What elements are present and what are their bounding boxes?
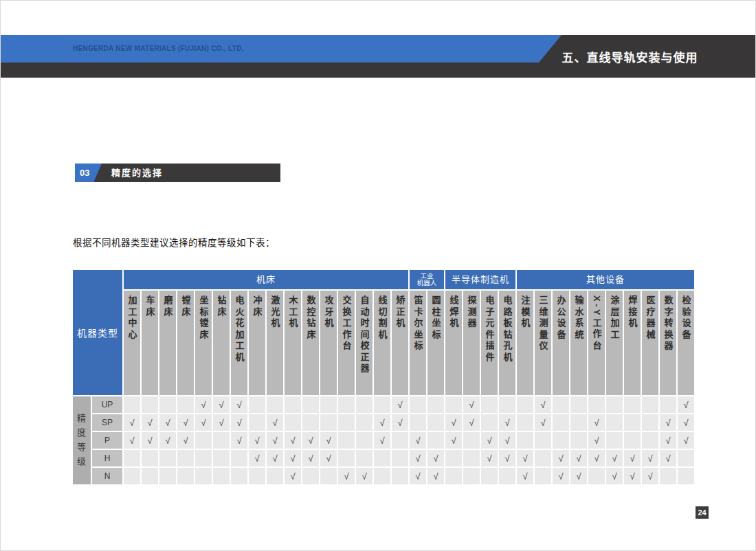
check-cell-checked: √	[374, 432, 390, 449]
check-cell-checked: √	[660, 432, 676, 449]
machine-column-header-text: 加工中心	[128, 295, 137, 341]
column-group-header: 半导体制造机	[445, 270, 515, 289]
machine-column-header-text: 交换工作台	[342, 295, 351, 352]
check-cell	[499, 396, 515, 413]
check-cell-checked: √	[410, 432, 426, 449]
machine-column-header: 电路板钻孔机	[499, 291, 515, 395]
check-cell	[213, 468, 230, 484]
check-cell-checked: √	[517, 468, 533, 484]
check-cell	[606, 414, 623, 431]
check-cell-checked: √	[588, 414, 605, 431]
check-cell	[302, 414, 319, 431]
check-cell-checked: √	[660, 450, 676, 466]
check-cell	[124, 468, 140, 484]
check-cell	[427, 414, 444, 431]
check-cell-checked: √	[445, 414, 462, 431]
check-cell-checked: √	[374, 414, 390, 431]
check-cell-checked: √	[481, 450, 498, 466]
check-cell	[517, 396, 533, 413]
machine-column-header: 冲床	[249, 291, 265, 395]
machine-column-header-text: 坐标镗床	[199, 295, 208, 341]
check-cell	[249, 396, 265, 413]
check-cell	[624, 396, 641, 413]
precision-grade-group-label: 精度等级	[73, 396, 91, 484]
check-cell-checked: √	[606, 468, 623, 484]
machine-column-header: 加工中心	[124, 291, 140, 395]
check-cell	[302, 396, 319, 413]
machine-column-header: 自动时间校正器	[356, 291, 373, 395]
check-cell	[535, 432, 551, 449]
check-cell	[374, 396, 390, 413]
check-cell	[124, 396, 140, 413]
machine-column-header: 钻床	[213, 291, 230, 395]
machine-column-header: 电火花加工机	[231, 291, 247, 395]
machine-column-header: 笛卡尔坐标	[410, 291, 426, 395]
check-cell	[660, 468, 676, 484]
check-cell	[392, 468, 408, 484]
check-cell	[338, 414, 355, 431]
check-cell-checked: √	[499, 414, 515, 431]
check-cell	[142, 468, 158, 484]
column-group-header: 机床	[124, 270, 408, 289]
precision-grade-group-label-line: 精度	[73, 412, 91, 440]
check-cell	[678, 468, 694, 484]
machine-column-header: 电子元件插件	[481, 291, 498, 395]
check-cell	[642, 432, 658, 449]
check-cell-checked: √	[356, 468, 373, 484]
check-cell	[124, 450, 140, 466]
check-cell	[535, 450, 551, 466]
check-cell-checked: √	[142, 432, 158, 449]
check-cell	[195, 450, 212, 466]
check-cell	[338, 450, 355, 466]
grade-label-p: P	[92, 432, 122, 449]
machine-column-header: 激光机	[267, 291, 283, 395]
check-cell	[463, 468, 480, 484]
check-cell-checked: √	[427, 468, 444, 484]
check-cell-checked: √	[410, 450, 426, 466]
check-cell	[553, 396, 569, 413]
check-cell	[481, 468, 498, 484]
grade-label-sp: SP	[92, 414, 122, 431]
check-cell-checked: √	[678, 432, 694, 449]
check-cell-checked: √	[624, 468, 641, 484]
check-cell	[517, 432, 533, 449]
check-cell	[553, 414, 569, 431]
check-cell	[642, 414, 658, 431]
machine-column-header-text: 木工机	[289, 295, 298, 330]
check-cell	[374, 450, 390, 466]
machine-column-header: 涂层加工	[606, 291, 623, 395]
machine-column-header-text: 办公设备	[557, 295, 566, 341]
check-cell-checked: √	[570, 450, 587, 466]
check-cell-checked: √	[570, 468, 587, 484]
machine-column-header-text: 电火花加工机	[235, 295, 244, 363]
machine-column-header-text: 车床	[146, 295, 155, 318]
check-cell-checked: √	[392, 396, 408, 413]
check-cell	[338, 396, 355, 413]
check-cell	[320, 468, 337, 484]
check-cell-checked: √	[195, 396, 212, 413]
check-cell	[338, 432, 355, 449]
machine-column-header: 木工机	[285, 291, 301, 395]
check-cell-checked: √	[660, 414, 676, 431]
machine-column-header-text: 攻牙机	[324, 295, 333, 330]
grade-label-n: N	[92, 468, 122, 484]
check-cell	[142, 396, 158, 413]
check-cell	[213, 450, 230, 466]
machine-column-header-text: 冲床	[253, 295, 262, 318]
check-cell	[588, 468, 605, 484]
machine-column-header-text: 数控钻床	[307, 295, 315, 341]
check-cell	[195, 468, 212, 484]
check-cell-checked: √	[195, 414, 212, 431]
check-cell-checked: √	[124, 414, 140, 431]
machine-column-header: 焊接机	[624, 291, 641, 395]
check-cell-checked: √	[213, 414, 230, 431]
check-cell	[356, 450, 373, 466]
machine-column-header: 输水系统	[570, 291, 587, 395]
machine-column-header-text: 注模机	[521, 295, 530, 330]
check-cell	[392, 432, 408, 449]
check-cell	[427, 432, 444, 449]
precision-selection-table: 机器类型机床工业机器人半导体制造机其他设备加工中心车床磨床镗床坐标镗床钻床电火花…	[71, 269, 696, 486]
check-cell	[624, 414, 641, 431]
machine-column-header: 医疗器械	[642, 291, 658, 395]
check-cell	[356, 396, 373, 413]
